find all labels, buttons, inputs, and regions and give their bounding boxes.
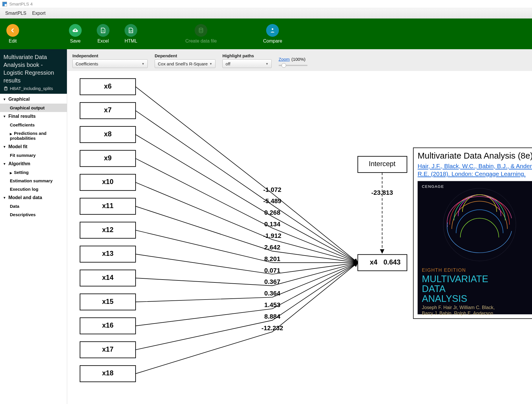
save-label: Save [70,38,81,44]
sidebar-dataset: HBAT_including_splits [3,86,63,91]
excel-label: Excel [97,38,109,44]
node-x17-label: x17 [102,346,113,353]
highlight-select[interactable]: off [222,59,272,68]
tree-item-fitsummary[interactable]: Fit summary [0,151,67,159]
save-button[interactable]: Save [67,24,83,44]
tree-item-predictions[interactable]: Predictions and probabilities [0,129,67,142]
excel-file-icon: X [97,24,109,37]
tree-section-modelfit[interactable]: Model fit [0,142,67,151]
sidebar-dataset-label: HBAT_including_splits [10,86,53,91]
tree-item-setting[interactable]: Setting [0,168,67,177]
app-icon [2,2,7,6]
edge-x10 [136,182,358,262]
sidebar-header: Multivariate Data Analysis book - Logist… [0,49,67,94]
compare-button[interactable]: Compare [263,24,282,44]
coeff-x11: 2.642 [264,244,280,251]
edge-x15 [136,263,358,302]
tree-section-modeldata[interactable]: Model and data [0,193,67,202]
book-authors-1: Joseph F. Hair Jr, William C. Black, [422,305,495,310]
node-dependent-name: x4 [370,258,377,266]
info-title: Multivariate Data Analysis (8e) [418,151,532,160]
node-x15-label: x15 [102,298,113,305]
compare-icon [266,24,279,37]
node-dependent-r2: 0.643 [383,258,401,266]
window-title: SmartPLS 4 [9,1,33,6]
book-title-3: ANALYSIS [422,293,467,304]
menu-export[interactable]: Export [32,11,45,16]
dependent-select[interactable]: Cox and Snell's R-Square [155,59,215,68]
compare-label: Compare [263,38,282,44]
highlight-label: Highlight paths [222,53,272,58]
node-x14-label: x14 [102,274,113,281]
sidebar: Multivariate Data Analysis book - Logist… [0,49,67,404]
independent-label: Independent [72,53,148,58]
node-x16-label: x16 [102,322,113,329]
coeff-x6: -1.072 [263,186,281,193]
node-x9-label: x9 [104,154,111,162]
tree-item-execlog[interactable]: Execution log [0,185,67,193]
svg-point-3 [4,87,7,88]
toolbar: Edit Save X Excel HTML Create data file [0,19,532,49]
node-x12-label: x12 [102,226,113,234]
tree-section-algorithm[interactable]: Algorithm [0,159,67,168]
menu-bar: SmartPLS Export [0,8,532,19]
coeff-x17: 8.884 [264,313,281,320]
edit-button[interactable]: Edit [5,24,21,44]
independent-select[interactable]: Coefficients [72,59,148,68]
coeff-x18: -12.232 [262,324,283,332]
back-arrow-icon [6,24,19,37]
book-title-1: MULTIVARIATE [422,274,488,284]
html-file-icon [125,24,137,37]
tree-item-estimation[interactable]: Estimation summary [0,177,67,185]
edge-x12 [136,230,358,262]
sidebar-title: Multivariate Data Analysis book - Logist… [3,53,63,85]
database-icon [3,86,8,91]
coeff-x7: -5.489 [263,197,281,205]
node-intercept-label: Intercept [369,160,396,168]
tree-item-graphical-output[interactable]: Graphical output [0,104,67,112]
coeff-x16: 1.453 [264,301,280,308]
coeff-x13: 0.071 [264,267,280,274]
excel-button[interactable]: X Excel [95,24,111,44]
svg-text:R.E. (2018).  London: Cengage : R.E. (2018). London: Cengage Learning. [418,170,526,177]
html-button[interactable]: HTML [123,24,139,44]
cloud-upload-icon [69,24,82,37]
node-x8-label: x8 [104,130,111,138]
html-label: HTML [125,38,137,44]
book-edition: EIGHTH EDITION [422,267,466,273]
controls-bar: Independent Coefficients Dependent Cox a… [67,49,532,71]
dependent-label: Dependent [155,53,215,58]
coeff-x8: 0.268 [264,209,280,216]
book-authors-2: Barry J. Babin, Rolph E. Anderson [422,311,493,316]
zoom-slider[interactable] [279,63,308,68]
title-bar: SmartPLS 4 [0,0,532,8]
diagram-canvas[interactable]: x6x7x8x9x10x11x12x13x14x15x16x17x18 -1.0… [67,71,532,404]
tree-section-final[interactable]: Final results [0,112,67,121]
coeff-x15: 0.364 [264,290,281,297]
create-data-label: Create data file [185,38,217,44]
tree-item-descriptives[interactable]: Descriptives [0,210,67,219]
menu-smartpls[interactable]: SmartPLS [5,11,26,16]
database-icon [195,24,207,37]
tree-item-data[interactable]: Data [0,202,67,210]
edge-x6 [136,87,358,263]
tree-section-graphical[interactable]: Graphical [0,95,67,104]
edge-x8 [136,135,358,263]
book-title-2: DATA [422,284,446,294]
create-data-button[interactable]: Create data file [185,24,217,44]
svg-text:X: X [102,30,104,32]
tree: Graphical Graphical output Final results… [0,94,67,219]
node-x7-label: x7 [104,106,111,114]
tree-item-coefficients[interactable]: Coefficients [0,121,67,129]
edge-x14 [136,263,358,286]
coeff-x12: 8.201 [264,255,280,262]
coeff-x14: 0.367 [264,278,280,285]
edge-x18 [136,263,358,374]
svg-text:Hair, J.F., Black, W.C., Babin: Hair, J.F., Black, W.C., Babin, B.J., & … [418,163,532,169]
zoom-pct: (100%) [291,57,305,62]
svg-point-2 [272,28,274,30]
edge-x7 [136,111,358,262]
edge-x13 [136,254,358,274]
book-publisher: CENGAGE [422,184,444,189]
zoom-link[interactable]: Zoom [279,57,290,62]
